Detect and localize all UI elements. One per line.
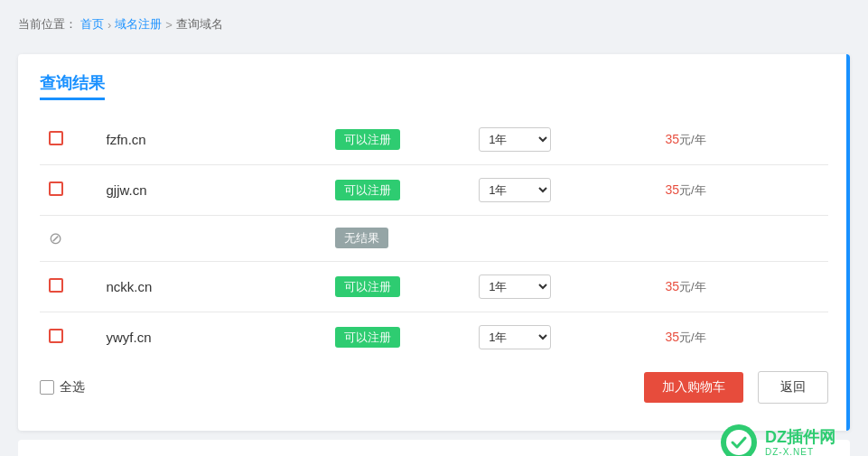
table-row: ywyf.cn 可以注册 1年 2年 3年 35元/年 <box>40 312 828 363</box>
domain-name-gjjw: gjjw.cn <box>97 165 326 216</box>
right-accent-bar <box>846 54 850 431</box>
domain-checkbox-gjjw[interactable] <box>49 181 63 196</box>
breadcrumb-domain-register[interactable]: 域名注册 <box>115 16 162 33</box>
footer: DZ插件网 DZ-X.NET <box>18 440 850 456</box>
section-title: 查询结果 <box>40 72 105 100</box>
table-row: nckk.cn 可以注册 1年 2年 3年 35元/年 <box>40 262 828 312</box>
domain-checkbox-ywyf[interactable] <box>49 329 63 343</box>
domain-name-noresult <box>97 216 326 262</box>
logo-main-text: DZ插件网 <box>765 428 835 448</box>
year-select-ywyf[interactable]: 1年 2年 3年 <box>479 325 551 349</box>
breadcrumb-sep2: > <box>165 18 173 32</box>
year-select-nckk[interactable]: 1年 2年 3年 <box>479 275 551 299</box>
domain-checkbox-fzfn[interactable] <box>49 131 63 145</box>
add-to-cart-button[interactable]: 加入购物车 <box>644 372 743 403</box>
select-all-label[interactable]: 全选 <box>60 379 85 396</box>
svg-point-1 <box>726 430 751 455</box>
status-badge-noresult: 无结果 <box>335 228 388 248</box>
table-row: ⊘ 无结果 <box>40 216 828 262</box>
bottom-bar: 全选 加入购物车 返回 <box>40 371 828 404</box>
status-badge-ywyf: 可以注册 <box>335 327 400 348</box>
breadcrumb-current: 查询域名 <box>176 16 223 33</box>
logo-text-area: DZ插件网 DZ-X.NET <box>765 428 835 456</box>
logo-sub-text: DZ-X.NET <box>765 447 835 456</box>
status-badge-gjjw: 可以注册 <box>335 180 400 200</box>
breadcrumb-home[interactable]: 首页 <box>80 16 104 33</box>
domain-checkbox-nckk[interactable] <box>49 278 63 293</box>
year-select-gjjw[interactable]: 1年 2年 3年 <box>479 178 551 202</box>
table-row: gjjw.cn 可以注册 1年 2年 3年 35元/年 <box>40 165 828 216</box>
breadcrumb-sep1: › <box>107 18 111 32</box>
table-row: fzfn.cn 可以注册 1年 2年 3年 35元/年 <box>40 115 828 165</box>
status-badge-fzfn: 可以注册 <box>335 129 400 150</box>
logo-area: DZ插件网 DZ-X.NET <box>720 423 835 456</box>
year-select-fzfn[interactable]: 1年 2年 3年 <box>479 127 551 152</box>
domain-name-nckk: nckk.cn <box>97 262 326 312</box>
logo-circle <box>720 423 758 456</box>
back-button[interactable]: 返回 <box>758 371 828 404</box>
select-all-wrapper: 全选 <box>40 379 85 396</box>
breadcrumb-label: 当前位置： <box>18 16 77 33</box>
domain-name-ywyf: ywyf.cn <box>97 312 326 363</box>
results-table: fzfn.cn 可以注册 1年 2年 3年 35元/年 <box>40 115 828 362</box>
price-fzfn: 35元/年 <box>657 115 829 165</box>
no-result-icon: ⊘ <box>49 229 62 247</box>
breadcrumb: 当前位置： 首页 › 域名注册 > 查询域名 <box>18 9 850 40</box>
status-badge-nckk: 可以注册 <box>335 276 400 297</box>
main-card: 查询结果 fzfn.cn 可以注册 1年 2年 3年 <box>18 54 850 431</box>
domain-name-fzfn: fzfn.cn <box>97 115 326 165</box>
select-all-checkbox[interactable] <box>40 380 54 395</box>
price-nckk: 35元/年 <box>657 262 829 312</box>
price-ywyf: 35元/年 <box>657 312 829 363</box>
price-gjjw: 35元/年 <box>657 165 829 216</box>
